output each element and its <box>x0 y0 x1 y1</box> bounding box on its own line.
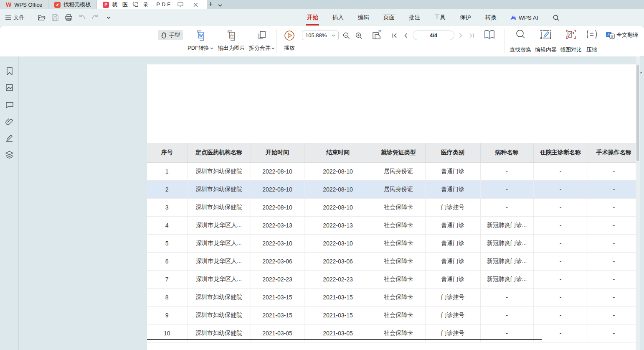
first-page-button[interactable] <box>389 31 400 41</box>
table-body: 1深圳市妇幼保健院2022-08-102022-08-10居民身份证普通门诊--… <box>147 162 640 342</box>
table-cell: 居民身份证 <box>372 180 425 198</box>
save-icon[interactable] <box>50 12 61 23</box>
table-header-cell: 手术操作名称 <box>588 143 640 162</box>
print-icon[interactable] <box>63 12 74 23</box>
table-cell: 新冠肺炎门诊... <box>480 234 533 252</box>
edit-content-icon <box>540 29 551 39</box>
table-cell: 7 <box>147 270 187 288</box>
table-cell: 门诊挂号 <box>425 288 480 306</box>
table-cell: 2022-02-23 <box>304 270 372 288</box>
read-mode-icon[interactable] <box>483 28 496 41</box>
menu-tab-protect[interactable]: 保护 <box>459 12 472 23</box>
screenshot-compare-button[interactable]: 截图对比 <box>558 29 583 54</box>
vertical-scrollbar[interactable] <box>636 56 640 350</box>
export-as-image-button[interactable]: 输出为图片 <box>215 29 248 54</box>
close-tab-icon[interactable] <box>190 0 201 10</box>
undo-icon[interactable] <box>76 12 87 23</box>
table-cell: 2022-03-13 <box>304 216 372 234</box>
pdf-convert-button[interactable]: W PDF转换 <box>184 29 217 54</box>
attachments-icon[interactable] <box>5 117 14 126</box>
screen-share-icon[interactable] <box>175 0 186 10</box>
find-replace-button[interactable]: 查找替换 <box>508 29 533 54</box>
tab-medical-record-pdf[interactable]: P 就 医 记 录 .PDF <box>97 0 207 9</box>
table-row: 3深圳市妇幼保健院2022-08-102022-08-10社会保障卡门诊挂号--… <box>147 198 640 216</box>
scrollbar-thumb[interactable] <box>636 65 639 161</box>
previous-page-button[interactable] <box>400 31 411 41</box>
divider <box>505 29 505 53</box>
page-number-input[interactable]: 4/4 <box>413 31 454 40</box>
new-tab-button[interactable]: + <box>207 0 215 9</box>
menu-tab-wps-ai[interactable]: WPS AI <box>510 15 538 21</box>
table-cell: 社会保障卡 <box>372 252 425 270</box>
menu-tab-home[interactable]: 开始 <box>306 12 319 23</box>
next-page-button[interactable] <box>455 31 466 41</box>
table-cell: - <box>480 306 533 324</box>
export-image-icon <box>226 30 236 41</box>
play-button[interactable]: 播放 <box>274 29 305 54</box>
play-icon <box>284 30 295 41</box>
thumbnails-icon[interactable] <box>5 83 14 92</box>
table-cell: - <box>588 270 640 288</box>
last-page-button[interactable] <box>466 31 477 41</box>
full-text-translate-button[interactable]: A 文 全文翻译 <box>606 31 638 39</box>
wps-ai-icon <box>510 15 517 20</box>
redo-icon[interactable] <box>90 12 101 23</box>
main-menu-button[interactable]: 文件 <box>4 12 26 23</box>
table-cell: 门诊挂号 <box>425 306 480 324</box>
table-cell: 2022-03-06 <box>304 252 372 270</box>
tab-docer-templates[interactable]: 找稻壳模板 <box>48 0 97 9</box>
menu-tab-insert[interactable]: 插入 <box>332 12 345 23</box>
table-cell: 门诊挂号 <box>425 198 480 216</box>
hand-tool-button[interactable]: 手型 <box>158 30 183 40</box>
zoom-level-select[interactable]: 105.88% <box>302 31 339 40</box>
tab-label: 找稻壳模板 <box>63 1 91 8</box>
bookmark-icon[interactable] <box>5 67 14 76</box>
table-cell: - <box>588 198 640 216</box>
table-cell: - <box>588 234 640 252</box>
search-icon <box>516 29 525 39</box>
table-cell: 6 <box>147 252 187 270</box>
comments-icon[interactable] <box>5 100 14 109</box>
menu-tab-convert[interactable]: 转换 <box>484 12 497 23</box>
tab-label: 就 医 记 录 .PDF <box>112 1 172 8</box>
table-cell: 社会保障卡 <box>372 270 425 288</box>
table-header-cell: 结束时间 <box>304 143 372 162</box>
table-cell: - <box>480 180 533 198</box>
table-cell: 2022-08-10 <box>251 180 304 198</box>
table-cell: 新冠肺炎门诊... <box>480 252 533 270</box>
menu-tab-page[interactable]: 页面 <box>383 12 396 23</box>
tab-wps-office[interactable]: W WPS Office <box>0 0 48 9</box>
compress-icon <box>586 29 598 39</box>
docer-logo-icon <box>54 2 61 8</box>
compress-button[interactable]: 压缩 <box>581 29 603 54</box>
menu-search-icon[interactable] <box>551 12 562 23</box>
rotate-pages-button[interactable] <box>370 29 383 42</box>
document-viewport[interactable]: 序号定点医药机构名称开始时间结束时间就诊凭证类型医疗类别病种名称住院主诊断名称手… <box>19 56 640 350</box>
table-cell: 2022-03-13 <box>251 216 304 234</box>
table-cell: 社会保障卡 <box>372 288 425 306</box>
menu-tab-comment[interactable]: 批注 <box>408 12 421 23</box>
zoom-in-button[interactable] <box>353 31 364 41</box>
open-file-icon[interactable] <box>36 12 47 23</box>
table-cell: 社会保障卡 <box>372 216 425 234</box>
table-cell: - <box>533 306 588 324</box>
table-cell: - <box>588 252 640 270</box>
edit-content-button[interactable]: 编辑内容 <box>533 29 558 54</box>
zoom-out-button[interactable] <box>341 31 352 41</box>
table-row: 2深圳市妇幼保健院2022-08-102022-08-10居民身份证普通门诊--… <box>147 180 640 198</box>
split-merge-icon <box>257 30 267 41</box>
more-actions-chevron-icon[interactable] <box>103 12 114 23</box>
hand-icon <box>161 32 167 38</box>
table-cell: - <box>480 198 533 216</box>
table-cell: 普通门诊 <box>425 234 480 252</box>
menu-tabs: 开始 插入 编辑 页面 批注 工具 保护 转换 WPS AI <box>306 9 562 26</box>
menu-tab-tools[interactable]: 工具 <box>434 12 446 23</box>
table-cell: - <box>588 180 640 198</box>
chevron-down-icon <box>210 47 213 49</box>
layers-icon[interactable] <box>5 150 14 159</box>
table-cell: 2021-03-15 <box>251 306 304 324</box>
table-cell: - <box>533 234 588 252</box>
signature-icon[interactable] <box>5 133 14 142</box>
menu-tab-edit[interactable]: 编辑 <box>357 12 370 23</box>
table-cell: 8 <box>147 288 187 306</box>
